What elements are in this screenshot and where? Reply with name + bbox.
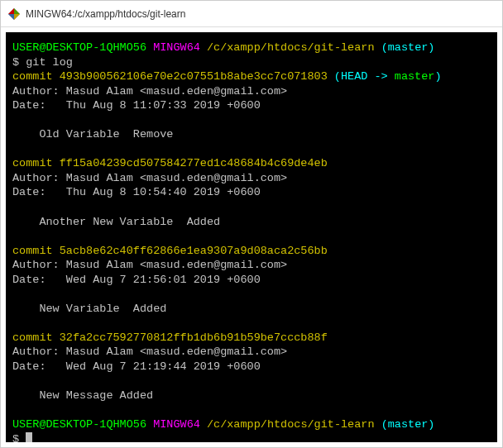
prompt-shell: MINGW64	[153, 41, 200, 54]
blank-line	[12, 142, 491, 157]
cursor	[26, 432, 32, 442]
terminal-window: MINGW64:/c/xampp/htdocs/git-learn USER@D…	[0, 0, 503, 448]
commit-author: Author: Masud Alam <masud.eden@gmail.com…	[12, 345, 491, 360]
commit-hash: commit 493b900562106e70e2c07551b8abe3cc7…	[12, 69, 491, 84]
prompt-user: USER@DESKTOP-1QHMO56	[12, 418, 146, 431]
commit-message: New Message Added	[12, 388, 491, 403]
commit-date: Date: Thu Aug 8 11:07:33 2019 +0600	[12, 98, 491, 113]
commit-author: Author: Masud Alam <masud.eden@gmail.com…	[12, 84, 491, 99]
prompt-branch: (master)	[381, 418, 435, 431]
blank-line	[12, 229, 491, 244]
commit-hash: commit 32fa2cc7592770812ffb1db6b91b59be7…	[12, 331, 491, 346]
svg-marker-4	[8, 8, 14, 14]
prompt-line: USER@DESKTOP-1QHMO56 MINGW64 /c/xampp/ht…	[12, 41, 491, 55]
prompt-line: USER@DESKTOP-1QHMO56 MINGW64 /c/xampp/ht…	[12, 417, 491, 432]
blank-line	[12, 316, 491, 331]
commit-message: Old Variable Remove	[12, 127, 491, 142]
prompt-path: /c/xampp/htdocs/git-learn	[207, 41, 375, 54]
app-icon	[7, 7, 21, 21]
command-text: git log	[26, 56, 73, 69]
blank-line	[12, 374, 491, 389]
commit-message: Another New Variable Added	[12, 215, 491, 230]
commit-author: Author: Masud Alam <masud.eden@gmail.com…	[12, 171, 491, 186]
blank-line	[12, 287, 491, 302]
commit-date: Date: Thu Aug 8 10:54:40 2019 +0600	[12, 185, 491, 200]
window-title: MINGW64:/c/xampp/htdocs/git-learn	[26, 8, 185, 20]
svg-marker-2	[14, 14, 20, 20]
input-line[interactable]: $	[12, 432, 491, 442]
prompt-user: USER@DESKTOP-1QHMO56	[12, 41, 146, 54]
terminal-body[interactable]: USER@DESKTOP-1QHMO56 MINGW64 /c/xampp/ht…	[6, 32, 497, 442]
titlebar[interactable]: MINGW64:/c/xampp/htdocs/git-learn	[1, 1, 502, 27]
prompt-path: /c/xampp/htdocs/git-learn	[207, 418, 375, 431]
commit-message: New Variable Added	[12, 302, 491, 317]
blank-line	[12, 403, 491, 418]
commit-date: Date: Wed Aug 7 21:56:01 2019 +0600	[12, 273, 491, 288]
prompt-symbol: $	[12, 56, 19, 69]
prompt-shell: MINGW64	[153, 418, 200, 431]
prompt-branch: (master)	[381, 41, 435, 54]
prompt-symbol: $	[12, 433, 19, 442]
blank-line	[12, 113, 491, 128]
command-line: $ git log	[12, 55, 491, 70]
commit-date: Date: Wed Aug 7 21:19:44 2019 +0600	[12, 360, 491, 374]
commit-hash: commit ff15a04239cd507584277ed1c48684b4c…	[12, 156, 491, 171]
blank-line	[12, 200, 491, 215]
commit-hash: commit 5acb8e62c40ff62866e1ea9307a9d08ac…	[12, 244, 491, 259]
commit-author: Author: Masud Alam <masud.eden@gmail.com…	[12, 258, 491, 273]
